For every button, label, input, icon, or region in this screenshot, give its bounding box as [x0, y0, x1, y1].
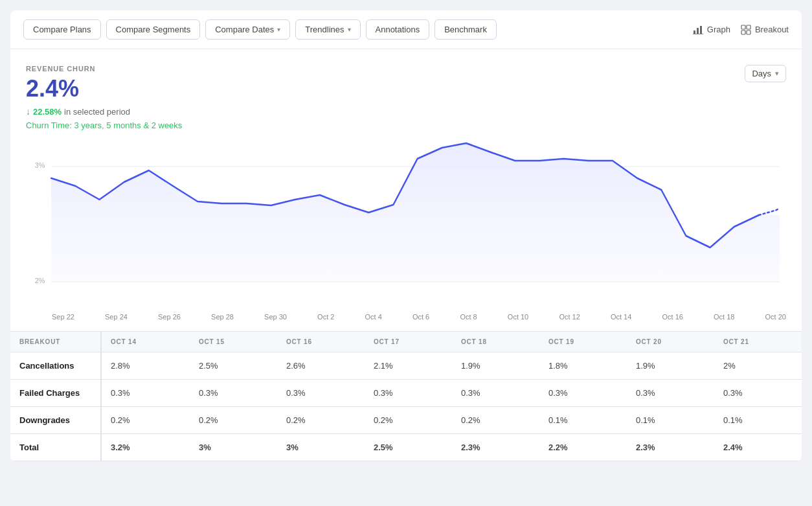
x-label: Oct 6 [412, 313, 429, 321]
cell: 0.3% [452, 380, 539, 407]
col-oct14: OCT 14 [101, 332, 190, 352]
benchmark-button[interactable]: Benchmark [434, 19, 497, 40]
svg-text:3%: 3% [35, 161, 45, 169]
svg-rect-1 [697, 28, 699, 34]
cell: 2.2% [539, 434, 627, 461]
chevron-down-icon: ▾ [277, 26, 280, 33]
metric-value: 2.4% [26, 75, 182, 102]
cell: 0.3% [539, 380, 627, 407]
col-oct15: OCT 15 [190, 332, 277, 352]
cell: 0.3% [277, 380, 365, 407]
annotations-button[interactable]: Annotations [366, 19, 430, 40]
x-label: Oct 14 [611, 313, 631, 321]
metric-label: REVENUE CHURN [26, 65, 182, 73]
cell: 0.3% [101, 380, 190, 407]
svg-text:2%: 2% [35, 277, 45, 284]
cell: 2.8% [101, 352, 190, 380]
cell: 2.1% [365, 352, 452, 380]
cell: 0.2% [101, 407, 190, 434]
chart-area: 3% 2% [26, 141, 786, 309]
graph-button[interactable]: Graph [693, 25, 730, 35]
x-label: Oct 16 [662, 313, 682, 321]
days-select[interactable]: Days ▾ [745, 65, 786, 82]
cell: 2% [714, 352, 802, 380]
cell: 0.1% [714, 407, 802, 434]
col-oct19: OCT 19 [539, 332, 627, 352]
x-label: Oct 18 [714, 313, 734, 321]
x-label: Sep 30 [264, 313, 287, 321]
line-chart: 3% 2% [26, 141, 786, 309]
x-label: Sep 22 [52, 313, 74, 321]
cell: 2.4% [714, 434, 802, 461]
cell: 0.1% [627, 407, 714, 434]
breakout-icon [741, 25, 751, 35]
table-row: Downgrades 0.2% 0.2% 0.2% 0.2% 0.2% 0.1%… [10, 407, 802, 434]
col-oct17: OCT 17 [365, 332, 452, 352]
trendlines-button[interactable]: Trendlines ▾ [295, 19, 360, 40]
down-arrow-icon: ↓ [26, 106, 30, 117]
row-label: Failed Charges [10, 380, 101, 407]
cell: 2.5% [365, 434, 452, 461]
col-oct21: OCT 21 [714, 332, 802, 352]
change-text: in selected period [64, 107, 130, 117]
cell: 0.2% [190, 407, 277, 434]
cell: 1.8% [539, 352, 627, 380]
toolbar-right: Graph Breakout [693, 25, 789, 35]
churn-time-value: 3 years, 5 months & 2 weeks [74, 121, 182, 130]
x-label: Oct 10 [508, 313, 528, 321]
row-label: Total [10, 434, 101, 461]
cell: 0.3% [627, 380, 714, 407]
table-row: Cancellations 2.8% 2.5% 2.6% 2.1% 1.9% 1… [10, 352, 802, 380]
breakout-table: BREAKOUT OCT 14 OCT 15 OCT 16 OCT 17 OCT… [10, 331, 802, 461]
metric-change: ↓ 22.58% in selected period [26, 106, 182, 117]
chevron-down-icon: ▾ [348, 26, 351, 33]
breakout-button[interactable]: Breakout [741, 25, 789, 35]
col-breakout: BREAKOUT [10, 332, 101, 352]
svg-rect-2 [700, 26, 702, 34]
row-label: Downgrades [10, 407, 101, 434]
main-container: Compare Plans Compare Segments Compare D… [10, 10, 802, 461]
change-pct: 22.58% [33, 107, 62, 117]
cell: 0.3% [190, 380, 277, 407]
table-row-total: Total 3.2% 3% 3% 2.5% 2.3% 2.2% 2.3% 2.4… [10, 434, 802, 461]
x-label: Oct 4 [365, 313, 382, 321]
cell: 0.2% [277, 407, 365, 434]
cell: 2.6% [277, 352, 365, 380]
churn-time: Churn Time: 3 years, 5 months & 2 weeks [26, 121, 182, 130]
col-oct20: OCT 20 [627, 332, 714, 352]
svg-rect-6 [747, 30, 750, 34]
cell: 0.2% [365, 407, 452, 434]
cell: 2.3% [627, 434, 714, 461]
cell: 0.3% [714, 380, 802, 407]
compare-dates-button[interactable]: Compare Dates ▾ [205, 19, 290, 40]
toolbar: Compare Plans Compare Segments Compare D… [10, 10, 802, 49]
compare-segments-button[interactable]: Compare Segments [106, 19, 201, 40]
col-oct16: OCT 16 [277, 332, 365, 352]
x-label: Oct 2 [317, 313, 334, 321]
svg-rect-5 [741, 30, 745, 34]
compare-plans-button[interactable]: Compare Plans [23, 19, 101, 40]
svg-rect-0 [694, 30, 695, 34]
x-label: Sep 28 [211, 313, 234, 321]
cell: 2.3% [452, 434, 539, 461]
cell: 1.9% [627, 352, 714, 380]
graph-icon [693, 25, 703, 35]
x-label: Sep 24 [105, 313, 128, 321]
cell: 0.1% [539, 407, 627, 434]
svg-rect-4 [747, 25, 750, 29]
cell: 2.5% [190, 352, 277, 380]
x-label: Sep 26 [158, 313, 181, 321]
metric-block: REVENUE CHURN 2.4% ↓ 22.58% in selected … [26, 65, 182, 141]
cell: 3% [277, 434, 365, 461]
x-axis: Sep 22 Sep 24 Sep 26 Sep 28 Sep 30 Oct 2… [26, 309, 786, 331]
x-label: Oct 8 [460, 313, 477, 321]
svg-rect-3 [741, 25, 745, 29]
row-label: Cancellations [10, 352, 101, 380]
cell: 0.2% [452, 407, 539, 434]
chart-section: REVENUE CHURN 2.4% ↓ 22.58% in selected … [10, 49, 802, 331]
table-row: Failed Charges 0.3% 0.3% 0.3% 0.3% 0.3% … [10, 380, 802, 407]
x-label: Oct 12 [559, 313, 580, 321]
x-label: Oct 20 [765, 313, 786, 321]
cell: 0.3% [365, 380, 452, 407]
cell: 3.2% [101, 434, 190, 461]
